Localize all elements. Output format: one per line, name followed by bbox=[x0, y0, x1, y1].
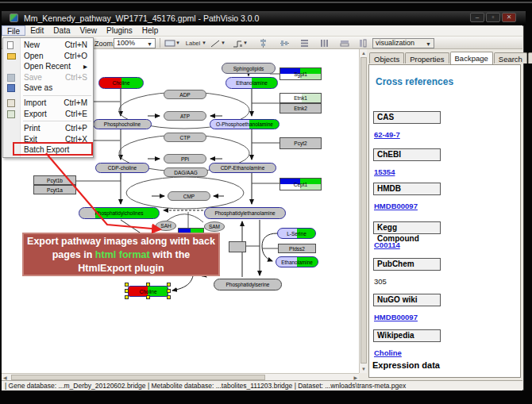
node-choline[interactable]: Choline bbox=[98, 77, 144, 89]
node-sah[interactable]: SAH bbox=[156, 221, 176, 231]
chevron-down-icon[interactable]: ▼ bbox=[175, 40, 180, 45]
canvas-horizontal-scrollbar[interactable]: ◀ ▶ bbox=[2, 373, 359, 380]
gene-ptdss2[interactable]: Ptdss2 bbox=[278, 244, 316, 253]
visualization-combobox[interactable]: visualization▼ bbox=[372, 38, 434, 48]
gene-pcyt1a[interactable]: Pcyt1a bbox=[33, 185, 76, 194]
selection-handle[interactable] bbox=[146, 283, 150, 287]
xref-link[interactable]: 15354 bbox=[374, 167, 395, 176]
node-phosphatidylserine[interactable]: Phosphatidylserine bbox=[214, 279, 282, 290]
distribute-columns-button[interactable] bbox=[317, 38, 331, 48]
gene-cept1[interactable]: Cept1 bbox=[279, 178, 322, 190]
menu-view[interactable]: View bbox=[75, 25, 102, 36]
menu-file[interactable]: File bbox=[2, 25, 25, 36]
gene-unlabeled[interactable] bbox=[229, 241, 246, 252]
selection-handle[interactable] bbox=[125, 283, 129, 287]
gene-etnk2[interactable]: Etnk2 bbox=[279, 103, 322, 114]
save-as-disk-icon bbox=[7, 84, 15, 92]
new-document-icon bbox=[7, 41, 13, 49]
node-cdp-choline[interactable]: CDP-choline bbox=[95, 163, 149, 173]
xref-link[interactable]: HMDB00097 bbox=[374, 202, 418, 210]
title-bar[interactable]: Mm_Kennedy_pathway_WP1771_45176.gpml - P… bbox=[2, 11, 526, 25]
tab-properties[interactable]: Properties bbox=[405, 52, 449, 63]
align-middle-button[interactable] bbox=[277, 38, 291, 48]
menu-item-new[interactable]: NewCtrl+N bbox=[3, 40, 93, 51]
export-icon bbox=[7, 110, 15, 118]
align-center-icon bbox=[259, 39, 268, 48]
scroll-down-icon[interactable]: ▼ bbox=[361, 366, 366, 372]
zoom-label: Zoom: bbox=[94, 40, 115, 48]
import-icon bbox=[7, 99, 15, 107]
node-l-serine[interactable]: L-Serine bbox=[277, 228, 316, 239]
gene-pcyt2[interactable]: Pcyt2 bbox=[279, 137, 322, 149]
vertical-scroll-thumb[interactable] bbox=[360, 57, 367, 364]
scroll-up-icon[interactable]: ▲ bbox=[361, 50, 366, 56]
menu-plugins[interactable]: Plugins bbox=[102, 25, 137, 36]
maximize-button[interactable]: ▫ bbox=[486, 13, 500, 22]
gene-etnk1[interactable]: Etnk1 bbox=[279, 93, 322, 103]
common-height-icon bbox=[359, 39, 367, 48]
canvas-vertical-scrollbar[interactable]: ▲ ▼ bbox=[359, 49, 367, 373]
selection-handle[interactable] bbox=[125, 295, 129, 299]
common-width-button[interactable] bbox=[337, 38, 352, 48]
selection-handle[interactable] bbox=[146, 295, 150, 299]
selection-handle[interactable] bbox=[167, 295, 171, 299]
node-sam[interactable]: SAM bbox=[204, 221, 225, 232]
node-adp[interactable]: ADP bbox=[164, 90, 206, 99]
menu-bar: File Edit Data View Plugins Help bbox=[2, 25, 522, 37]
window-border bbox=[0, 2, 532, 3]
tab-search[interactable]: Search bbox=[494, 52, 527, 63]
node-ppi[interactable]: PPi bbox=[164, 154, 206, 164]
xref-source: NuGO wiki bbox=[373, 294, 441, 306]
selection-handle[interactable] bbox=[125, 289, 129, 293]
node-ethanolamine-bottom[interactable]: Ethanolamine bbox=[276, 256, 318, 267]
common-height-button[interactable] bbox=[356, 38, 370, 48]
node-ctp[interactable]: CTP bbox=[164, 133, 206, 142]
menu-edit[interactable]: Edit bbox=[25, 25, 48, 36]
label-tool-button[interactable]: Label bbox=[183, 38, 203, 48]
xref-link[interactable]: C00114 bbox=[374, 240, 400, 249]
node-phosphatidylcholines[interactable]: Phosphatidylcholines bbox=[79, 207, 160, 219]
tab-backpage[interactable]: Backpage bbox=[450, 52, 493, 64]
selection-handle[interactable] bbox=[167, 289, 171, 293]
annotation-callout: Export pathway images along with back pa… bbox=[22, 233, 220, 276]
xref-link[interactable]: Choline bbox=[374, 348, 402, 357]
menu-item-import[interactable]: ImportCtrl+M bbox=[3, 98, 93, 109]
node-ethanolamine[interactable]: Ethanolamine bbox=[226, 77, 278, 89]
window-title: Mm_Kennedy_pathway_WP1771_45176.gpml - P… bbox=[24, 13, 259, 23]
menu-item-open[interactable]: OpenCtrl+O bbox=[3, 51, 93, 62]
xref-section-kegg: Kegg Compound C00114 bbox=[373, 221, 516, 234]
xref-link[interactable]: 62-49-7 bbox=[374, 130, 400, 139]
node-phosphocholine[interactable]: Phosphocholine bbox=[93, 119, 152, 129]
zoom-combobox[interactable]: 100%▼ bbox=[114, 38, 156, 48]
node-cmp[interactable]: CMP bbox=[168, 191, 210, 201]
node-sphingolipids[interactable]: Sphingolipids bbox=[222, 63, 276, 74]
tab-objects[interactable]: Objects bbox=[369, 52, 404, 63]
horizontal-scroll-thumb[interactable] bbox=[11, 375, 265, 380]
menu-item-print[interactable]: PrintCtrl+P bbox=[3, 123, 93, 134]
menu-item-open-recent[interactable]: Open Recent▸ bbox=[3, 61, 93, 72]
selection-handle[interactable] bbox=[167, 283, 171, 287]
status-text: | Gene database: ...m_Derby_20120602.bri… bbox=[5, 382, 406, 390]
node-phosphatidylethanolamine[interactable]: Phosphatidylethanolamine bbox=[204, 207, 286, 219]
tab-legend[interactable]: Legend bbox=[528, 52, 532, 63]
close-button[interactable]: ✕ bbox=[502, 13, 516, 22]
node-dag-aag[interactable]: DAG/AAG bbox=[164, 167, 208, 177]
node-cdp-ethanolamine[interactable]: CDP-Ethanolamine bbox=[209, 163, 276, 173]
menu-data[interactable]: Data bbox=[48, 25, 75, 36]
cross-references-heading: Cross references bbox=[376, 76, 453, 87]
menu-item-save-as[interactable]: Save as bbox=[3, 83, 93, 94]
menu-help[interactable]: Help bbox=[137, 25, 164, 36]
gene-sgpl1[interactable]: Sgpl1 bbox=[279, 67, 322, 80]
align-center-button[interactable] bbox=[256, 38, 270, 48]
chevron-down-icon[interactable]: ▼ bbox=[243, 40, 248, 45]
distribute-rows-button[interactable] bbox=[297, 38, 311, 48]
minimize-button[interactable]: – bbox=[470, 13, 484, 22]
chevron-down-icon[interactable]: ▼ bbox=[221, 40, 226, 45]
node-o-phosphoethanolamine[interactable]: O-Phosphoethanolamine bbox=[210, 119, 279, 129]
menu-item-export[interactable]: ExportCtrl+E bbox=[3, 109, 93, 120]
xref-link[interactable]: HMDB00097 bbox=[374, 313, 418, 321]
chevron-down-icon[interactable]: ▼ bbox=[202, 40, 206, 45]
status-bar: | Gene database: ...m_Derby_20120602.bri… bbox=[2, 380, 522, 391]
node-atp[interactable]: ATP bbox=[164, 111, 206, 121]
gene-pcyt1b[interactable]: Pcyt1b bbox=[33, 175, 76, 185]
